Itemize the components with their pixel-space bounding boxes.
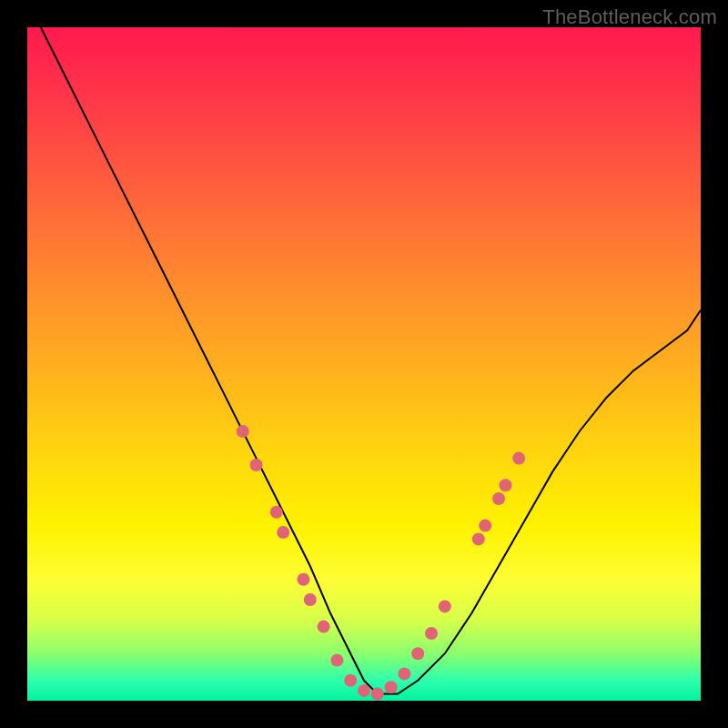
data-marker (297, 573, 309, 586)
plot-area (27, 27, 701, 701)
data-marker (318, 621, 330, 633)
data-marker (398, 667, 410, 680)
data-marker (385, 681, 398, 693)
data-marker (472, 532, 485, 545)
data-marker (425, 627, 438, 640)
data-marker (479, 520, 491, 532)
chart-svg (27, 27, 701, 701)
data-marker (358, 684, 370, 697)
data-marker (499, 479, 511, 491)
data-marker (344, 674, 357, 687)
data-marker (330, 654, 343, 667)
data-marker (512, 452, 525, 465)
data-marker (270, 506, 283, 519)
data-marker (237, 425, 249, 438)
data-marker (277, 526, 289, 539)
data-marker (411, 647, 424, 660)
watermark-text: TheBottleneck.com (542, 5, 717, 29)
data-marker (492, 492, 505, 505)
data-marker (439, 600, 451, 612)
chart-frame: TheBottleneck.com (0, 0, 728, 728)
curve-path (41, 27, 701, 694)
data-marker (304, 593, 317, 606)
data-marker (250, 459, 263, 471)
data-marker (371, 688, 384, 701)
